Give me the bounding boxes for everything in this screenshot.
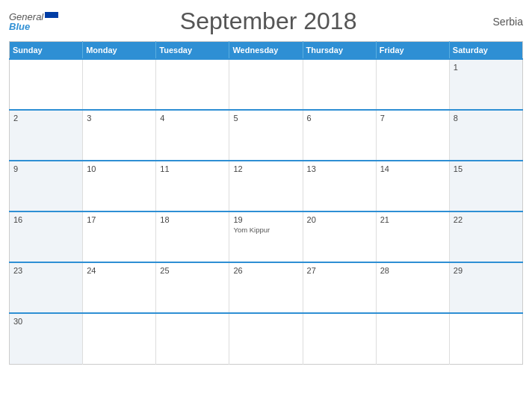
col-wednesday: Wednesday — [229, 42, 303, 60]
col-sunday: Sunday — [10, 42, 83, 60]
calendar-table: Sunday Monday Tuesday Wednesday Thursday… — [9, 41, 523, 365]
calendar-cell: 28 — [376, 262, 449, 313]
calendar-cell — [303, 59, 376, 110]
calendar-cell: 19Yom Kippur — [229, 211, 303, 262]
day-number: 4 — [160, 114, 225, 123]
calendar-cell — [83, 313, 156, 364]
day-number: 13 — [307, 164, 372, 173]
calendar-cell: 18 — [156, 211, 229, 262]
day-number: 17 — [87, 215, 152, 224]
day-number: 3 — [87, 114, 152, 123]
day-number: 30 — [13, 317, 78, 326]
calendar-cell — [156, 59, 229, 110]
calendar-cell: 6 — [303, 110, 376, 161]
calendar-cell: 15 — [449, 161, 522, 211]
col-thursday: Thursday — [303, 42, 376, 60]
calendar-cell: 14 — [376, 161, 449, 211]
day-number: 6 — [307, 114, 372, 123]
day-number: 10 — [87, 164, 152, 173]
day-number: 20 — [307, 215, 372, 224]
calendar-cell: 23 — [10, 262, 83, 313]
day-number: 26 — [233, 266, 298, 275]
calendar-cell: 12 — [229, 161, 303, 211]
day-number: 21 — [380, 215, 445, 224]
calendar-cell: 1 — [449, 59, 522, 110]
day-number: 28 — [380, 266, 445, 275]
day-number: 2 — [13, 114, 78, 123]
calendar-cell — [376, 59, 449, 110]
calendar-cell: 10 — [83, 161, 156, 211]
calendar-cell — [10, 59, 83, 110]
calendar-cell: 24 — [83, 262, 156, 313]
day-number: 11 — [160, 164, 225, 173]
calendar-cell: 26 — [229, 262, 303, 313]
calendar-cell: 25 — [156, 262, 229, 313]
day-number: 25 — [160, 266, 225, 275]
header: General Blue September 2018 Serbia — [9, 7, 523, 35]
col-saturday: Saturday — [449, 42, 522, 60]
day-number: 22 — [454, 215, 519, 224]
calendar-cell — [303, 313, 376, 364]
day-number: 5 — [233, 114, 298, 123]
col-monday: Monday — [83, 42, 156, 60]
logo-flag-icon — [45, 12, 58, 21]
col-tuesday: Tuesday — [156, 42, 229, 60]
day-number: 8 — [454, 114, 519, 123]
day-number: 14 — [380, 164, 445, 173]
logo-general-text: General — [9, 12, 43, 22]
day-number: 18 — [160, 215, 225, 224]
day-number: 23 — [13, 266, 78, 275]
calendar-cell — [229, 59, 303, 110]
day-number: 16 — [13, 215, 78, 224]
calendar-week-row: 1 — [10, 59, 523, 110]
event-label: Yom Kippur — [233, 226, 298, 234]
calendar-cell: 21 — [376, 211, 449, 262]
calendar-cell: 2 — [10, 110, 83, 161]
day-number: 19 — [233, 215, 298, 224]
day-number: 12 — [233, 164, 298, 173]
calendar-cell: 27 — [303, 262, 376, 313]
calendar-cell: 3 — [83, 110, 156, 161]
calendar-cell — [229, 313, 303, 364]
col-friday: Friday — [376, 42, 449, 60]
calendar-cell — [449, 313, 522, 364]
calendar-cell — [156, 313, 229, 364]
calendar-cell: 22 — [449, 211, 522, 262]
calendar-cell: 16 — [10, 211, 83, 262]
day-number: 1 — [454, 63, 519, 72]
calendar-cell: 4 — [156, 110, 229, 161]
calendar-page: General Blue September 2018 Serbia Sunda… — [0, 0, 532, 411]
calendar-cell: 13 — [303, 161, 376, 211]
day-number: 27 — [307, 266, 372, 275]
day-number: 9 — [13, 164, 78, 173]
day-number: 24 — [87, 266, 152, 275]
day-number: 7 — [380, 114, 445, 123]
calendar-cell: 8 — [449, 110, 522, 161]
calendar-cell: 11 — [156, 161, 229, 211]
calendar-title: September 2018 — [58, 7, 478, 35]
calendar-week-row: 16171819Yom Kippur202122 — [10, 211, 523, 262]
calendar-cell: 29 — [449, 262, 522, 313]
calendar-header-row: Sunday Monday Tuesday Wednesday Thursday… — [10, 42, 523, 60]
calendar-cell: 9 — [10, 161, 83, 211]
calendar-cell: 20 — [303, 211, 376, 262]
country-label: Serbia — [478, 16, 523, 28]
calendar-cell — [83, 59, 156, 110]
calendar-cell — [376, 313, 449, 364]
logo-blue-text: Blue — [9, 22, 58, 31]
calendar-week-row: 23242526272829 — [10, 262, 523, 313]
calendar-cell: 30 — [10, 313, 83, 364]
day-number: 29 — [454, 266, 519, 275]
calendar-week-row: 2345678 — [10, 110, 523, 161]
calendar-cell: 7 — [376, 110, 449, 161]
calendar-week-row: 9101112131415 — [10, 161, 523, 211]
calendar-cell: 5 — [229, 110, 303, 161]
day-number: 15 — [454, 164, 519, 173]
calendar-cell: 17 — [83, 211, 156, 262]
calendar-week-row: 30 — [10, 313, 523, 364]
logo: General Blue — [9, 12, 58, 31]
